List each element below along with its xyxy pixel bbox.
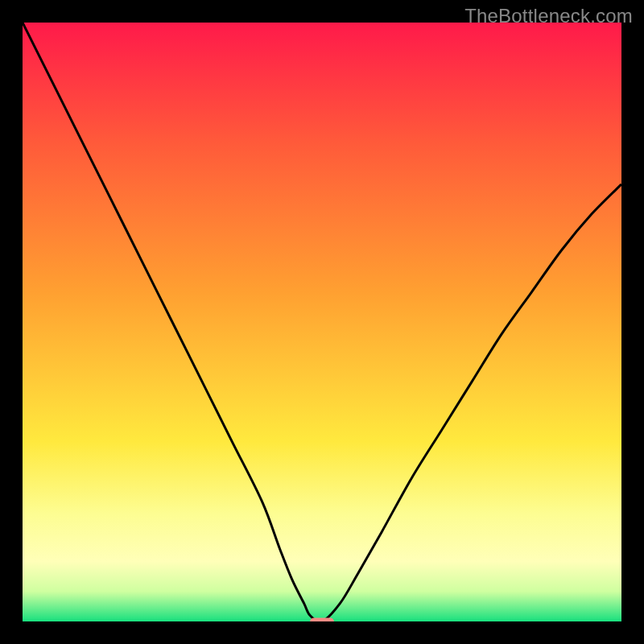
- plot-area: [23, 23, 621, 621]
- gradient-background: [23, 23, 621, 621]
- bottleneck-chart: [23, 23, 621, 621]
- chart-frame: TheBottleneck.com: [0, 0, 644, 644]
- optimum-marker: [310, 618, 334, 621]
